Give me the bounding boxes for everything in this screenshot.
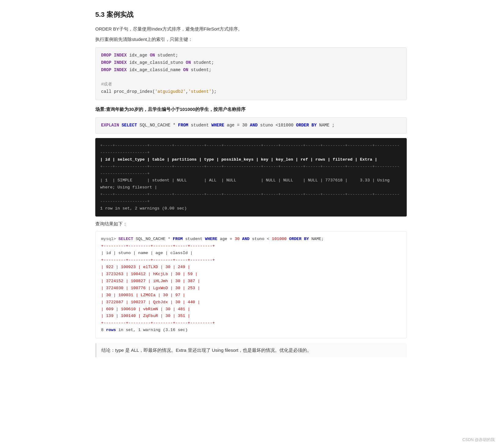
intro-line1: ORDER BY子句，尽量使用Index方式排序，避免使用FileSort方式排… xyxy=(95,25,407,33)
terminal-data-row: | 1 | SIMPLE | student | NULL | ALL | NU… xyxy=(100,177,402,191)
drop-line-1: DROP INDEX idx_age ON student; xyxy=(101,52,401,59)
mysql-result-block: mysql> SELECT SQL_NO_CACHE * FROM studen… xyxy=(95,231,407,338)
on-kw-3: ON xyxy=(183,67,188,72)
drop-index-code-block: DROP INDEX idx_age ON student; DROP INDE… xyxy=(95,47,407,100)
drop-line-3: DROP INDEX idx_age_classid_name ON stude… xyxy=(101,67,401,74)
result-border-bot: +---------+---------+--------+-----+----… xyxy=(101,320,401,327)
explain-kw: EXPLAIN xyxy=(101,123,119,128)
result-row-1: | 922 | 100923 | elTLXD | 30 | 249 | xyxy=(101,264,401,271)
where-kw: WHERE xyxy=(211,123,224,128)
section-title: 5.3 案例实战 xyxy=(95,9,407,20)
section-number: 5.3 xyxy=(95,11,105,18)
result-border-mid: +---------+---------+--------+-----+----… xyxy=(101,257,401,264)
terminal-header: | id | select_type | table | partitions … xyxy=(100,156,402,163)
select-kw: SELECT xyxy=(122,123,137,128)
result-border-top: +---------+---------+--------+-----+----… xyxy=(101,243,401,250)
explain-code-block: EXPLAIN SELECT SQL_NO_CACHE * FROM stude… xyxy=(95,117,407,134)
call-line: call proc_drop_index('atguigudb2','stude… xyxy=(101,88,401,96)
drop-kw-2: DROP INDEX xyxy=(101,60,127,65)
intro-line2: 执行案例前先清除student上的索引，只留主键： xyxy=(95,36,407,43)
conclusion-block: 结论：type 是 ALL，即最坏的情况。Extra 里还出现了 Using f… xyxy=(95,343,407,357)
terminal-border-top: +----+-------------+---------+----------… xyxy=(100,142,402,156)
drop-line-2: DROP INDEX idx_age_classid_stuno ON stud… xyxy=(101,59,401,67)
terminal-block: +----+-------------+---------+----------… xyxy=(95,138,407,217)
and-kw: AND xyxy=(250,123,257,128)
order-kw: ORDER BY xyxy=(296,123,317,128)
conclusion-text: 结论：type 是 ALL，即最坏的情况。Extra 里还出现了 Using f… xyxy=(101,348,311,353)
drop-kw-3: DROP INDEX xyxy=(101,67,127,72)
result-intro: 查询结果如下： xyxy=(95,220,407,228)
result-row-5: | 30 | 100031 | LZMOIa | 30 | 97 | xyxy=(101,292,401,299)
result-row-4: | 3724030 | 100776 | LgxWoD | 30 | 253 | xyxy=(101,285,401,292)
result-row-6: | 3722887 | 100237 | QzbJdx | 30 | 440 | xyxy=(101,299,401,306)
result-row-3: | 3724152 | 100827 | iHLJmh | 30 | 387 | xyxy=(101,278,401,285)
result-row-7: | 609 | 100610 | vbRimN | 30 | 481 | xyxy=(101,306,401,313)
comment-line: #或者 xyxy=(101,81,401,88)
from-kw: FROM xyxy=(178,123,188,128)
on-kw-1: ON xyxy=(150,53,155,58)
terminal-border-bot: +----+-------------+---------+----------… xyxy=(100,191,402,205)
scene-title: 场景:查询年龄为30岁的，且学生编号小于101000的学生，按用户名称排序 xyxy=(95,106,407,113)
result-row-8: | 139 | 100140 | ZqFbuR | 30 | 351 | xyxy=(101,313,401,320)
page-container: 5.3 案例实战 ORDER BY子句，尽量使用Index方式排序，避免使用Fi… xyxy=(83,0,419,381)
terminal-footer: 1 row in set, 2 warnings (0.00 sec) xyxy=(100,205,402,212)
result-footer: 8 rows in set, 1 warning (3.16 sec) xyxy=(101,327,401,334)
result-header: | id | stuno | name | age | classId | xyxy=(101,250,401,257)
section-title-text: 案例实战 xyxy=(107,11,133,18)
drop-kw-1: DROP INDEX xyxy=(101,53,127,58)
mysql-prompt-line: mysql> SELECT SQL_NO_CACHE * FROM studen… xyxy=(101,236,401,243)
terminal-border-mid: +----+-------------+---------+----------… xyxy=(100,163,402,177)
result-row-2: | 3723263 | 100412 | hKcjLb | 30 | 59 | xyxy=(101,271,401,278)
on-kw-2: ON xyxy=(186,60,191,65)
